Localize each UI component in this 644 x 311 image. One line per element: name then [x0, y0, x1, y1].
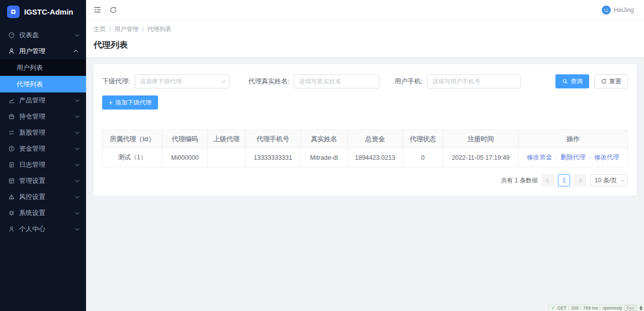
page-size-label: 10 条/页 [595, 176, 617, 185]
add-lower-agent-label: 添加下级代理 [115, 98, 151, 107]
sidebar-item-funds-management[interactable]: $ 资金管理 [0, 141, 86, 157]
cell-parent-agent [208, 148, 246, 167]
reset-button[interactable]: 重置 [594, 74, 628, 88]
breadcrumb-separator: / [109, 26, 111, 33]
reset-button-label: 重置 [609, 77, 621, 86]
breadcrumb-item-user-management[interactable]: 用户管理 [114, 25, 138, 34]
cell-actions: 修改资金删除代理修改代理 [519, 148, 628, 167]
page-number-button[interactable]: 1 [558, 174, 570, 186]
user-phone-input[interactable] [427, 74, 521, 88]
request-duration: 769 ms [583, 305, 598, 310]
sidebar-item-agent-list[interactable]: 代理列表 [0, 76, 86, 92]
pagination: 共有 1 条数据 1 10 条/页 [102, 174, 628, 186]
cell-register-time: 2022-11-05 17:19:49 [443, 148, 519, 167]
chevron-down-icon [75, 97, 79, 101]
dashboard-icon [8, 32, 15, 39]
success-check-icon: ✓ [551, 305, 555, 310]
chevron-down-icon [75, 210, 79, 214]
cell-agent-status: 0 [403, 148, 443, 167]
user-phone-label: 用户手机: [394, 77, 423, 86]
logo-row[interactable]: IGSTC-Admin [0, 0, 86, 23]
add-lower-agent-button[interactable]: + 添加下级代理 [102, 95, 158, 110]
lower-agent-select[interactable]: 请选择下级代理 [135, 74, 229, 88]
sidebar-item-risk-settings[interactable]: 风控设置 [0, 189, 86, 205]
sidebar-item-label: 个人中心 [19, 225, 75, 234]
page-size-select[interactable]: 10 条/页 [590, 174, 628, 186]
request-method: GET [557, 305, 567, 310]
ipo-icon [8, 129, 15, 136]
breadcrumb-item-home[interactable]: 主页 [94, 25, 106, 34]
sidebar-item-log-management[interactable]: 日志管理 [0, 157, 86, 173]
cell-agent-phone: 13333333331 [246, 148, 301, 167]
sidebar-item-management-settings[interactable]: 管理设置 [0, 173, 86, 189]
modify-agent-link[interactable]: 修改代理 [594, 154, 619, 161]
agents-table: 所属代理（Id） 代理编码 上级代理 代理手机号 真实姓名 总资金 代理状态 注… [102, 130, 628, 167]
delete-agent-link[interactable]: 删除代理 [560, 154, 586, 161]
positions-icon [8, 113, 15, 120]
action-divider [556, 155, 556, 160]
chevron-down-icon [75, 130, 79, 134]
chevron-right-icon [578, 178, 582, 182]
cell-agent-code: Mi000000 [163, 148, 208, 167]
action-divider [590, 155, 590, 160]
filter-bar: 下级代理: 请选择下级代理 代理真实姓名: 用户手机: 查询 [102, 74, 628, 88]
sidebar-item-user-list[interactable]: 用户列表 [0, 59, 86, 76]
doc-button[interactable]: Doc [624, 305, 636, 311]
system-settings-icon [8, 210, 15, 217]
col-agent-code: 代理编码 [163, 130, 208, 148]
sidebar-item-label: 日志管理 [19, 160, 75, 169]
search-button[interactable]: 查询 [555, 74, 589, 88]
chevron-down-icon [75, 194, 79, 198]
sidebar-item-user-management[interactable]: 用户管理 [0, 43, 86, 59]
statusbar-divider [569, 306, 569, 310]
next-page-button[interactable] [574, 174, 586, 186]
sidebar-item-system-settings[interactable]: 系统设置 [0, 205, 86, 221]
svg-text:$: $ [11, 147, 13, 150]
sidebar-item-label: 用户管理 [19, 47, 75, 56]
sidebar-item-position-management[interactable]: 持仓管理 [0, 109, 86, 125]
plus-icon: + [109, 99, 113, 106]
profile-icon [8, 226, 15, 233]
user-menu[interactable]: HeiJing [602, 6, 634, 15]
reset-icon [601, 78, 607, 84]
sidebar-item-label: 产品管理 [19, 96, 75, 105]
chevron-down-icon [75, 162, 79, 166]
real-name-input[interactable] [294, 74, 379, 88]
search-button-label: 查询 [571, 77, 583, 86]
main-area: HeiJing 主页 / 用户管理 / 代理列表 代理列表 下级代理: 请选择下… [86, 0, 644, 311]
status-code: 200 [571, 305, 579, 310]
lower-agent-placeholder: 请选择下级代理 [140, 77, 221, 86]
sidebar-menu: 仪表盘 用户管理 用户列表 代理列表 产品管理 [0, 23, 86, 237]
breadcrumb: 主页 / 用户管理 / 代理列表 [94, 25, 636, 34]
col-agent-status: 代理状态 [403, 130, 443, 148]
scroll-arrows[interactable] [639, 306, 642, 310]
prev-page-button[interactable] [542, 174, 554, 186]
sidebar-item-ipo-management[interactable]: 新股管理 [0, 125, 86, 141]
sidebar-item-dashboard[interactable]: 仪表盘 [0, 27, 86, 43]
products-icon [8, 97, 15, 104]
chevron-down-icon [75, 226, 79, 230]
app-title: IGSTC-Admin [24, 8, 73, 16]
arrow-up-icon [639, 306, 642, 308]
modify-funds-link[interactable]: 修改资金 [527, 154, 552, 161]
app-logo-icon [7, 6, 20, 18]
cell-total-funds: 1894423.0213 [348, 148, 403, 167]
breadcrumb-item-agent-list[interactable]: 代理列表 [147, 25, 172, 34]
pagination-total: 共有 1 条数据 [501, 176, 538, 185]
risk-settings-icon [8, 193, 15, 200]
chevron-down-icon [620, 177, 624, 181]
user-management-submenu: 用户列表 代理列表 [0, 59, 86, 92]
sidebar-item-profile-center[interactable]: 个人中心 [0, 221, 86, 237]
col-agent-phone: 代理手机号 [246, 130, 301, 148]
funds-icon: $ [8, 145, 15, 152]
avatar [602, 6, 611, 15]
arrow-down-icon [639, 308, 642, 310]
collapse-sidebar-icon[interactable] [93, 6, 102, 15]
logs-icon [8, 161, 15, 168]
sidebar-item-label: 持仓管理 [19, 112, 75, 121]
refresh-icon[interactable] [109, 6, 118, 15]
sidebar-item-product-management[interactable]: 产品管理 [0, 92, 86, 109]
chevron-left-icon [546, 178, 550, 182]
user-name: HeiJing [614, 7, 634, 14]
management-settings-icon [8, 177, 15, 184]
